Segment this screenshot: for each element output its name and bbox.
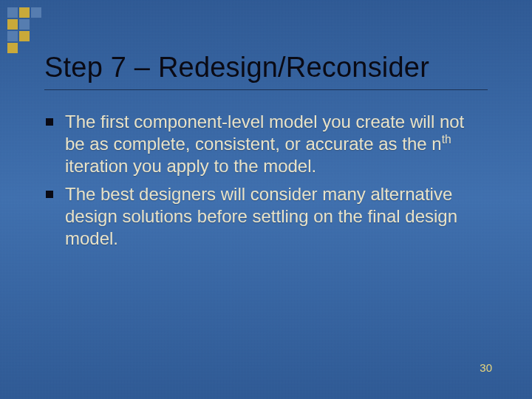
title-divider [44,89,488,90]
bullet-text-sup: th [442,133,451,146]
bullet-item: The best designers will consider many al… [65,183,488,250]
slide-content: Step 7 – Redesign/Reconsider The first c… [0,0,532,399]
slide-title: Step 7 – Redesign/Reconsider [44,52,488,83]
bullet-item: The first component-level model you crea… [65,111,488,177]
bullet-list: The first component-level model you crea… [44,111,488,250]
bullet-text-post: iteration you apply to the model. [65,156,316,176]
bullet-text-pre: The first component-level model you crea… [65,112,464,154]
bullet-text-pre: The best designers will consider many al… [65,184,457,248]
page-number: 30 [480,361,492,374]
